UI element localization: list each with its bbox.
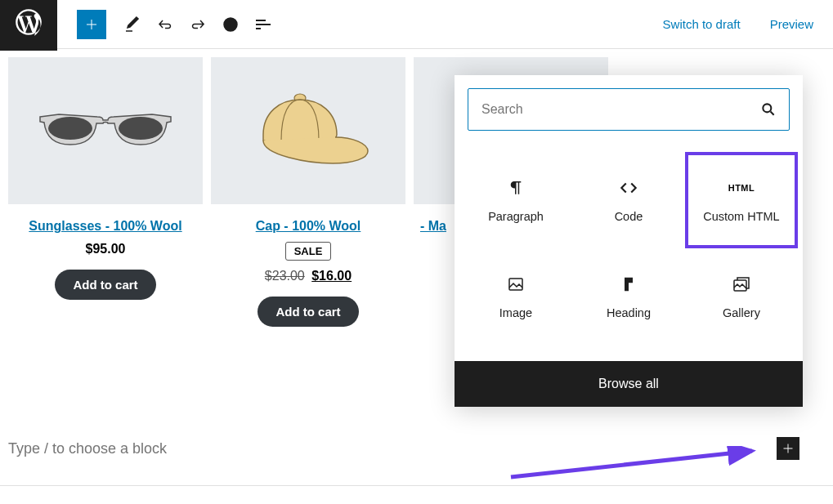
search-wrap — [455, 75, 803, 144]
cap-icon — [247, 90, 369, 172]
product-card: Sunglasses - 100% Wool $95.00 Add to car… — [8, 57, 203, 327]
product-price: $95.00 — [8, 242, 203, 256]
browse-all-button[interactable]: Browse all — [455, 361, 803, 407]
svg-point-3 — [48, 117, 92, 140]
appender-placeholder: Type / to choose a block — [7, 440, 167, 457]
add-to-cart-button[interactable]: Add to cart — [258, 297, 358, 327]
image-icon — [506, 274, 526, 295]
sale-badge: SALE — [285, 242, 332, 261]
product-price: $23.00 $16.00 — [211, 269, 405, 283]
block-code[interactable]: Code — [572, 152, 685, 248]
svg-point-4 — [119, 117, 163, 140]
html-icon: HTML — [728, 177, 755, 198]
info-button[interactable] — [214, 8, 247, 41]
heading-icon — [620, 274, 637, 295]
svg-line-7 — [771, 112, 774, 115]
product-card: - Ma — [414, 57, 438, 327]
product-title[interactable]: Cap - 100% Wool — [211, 219, 405, 234]
block-custom-html[interactable]: HTML Custom HTML — [685, 152, 798, 248]
svg-line-11 — [511, 451, 752, 477]
block-label: Custom HTML — [703, 210, 779, 223]
old-price: $23.00 — [265, 269, 305, 283]
product-title[interactable]: Sunglasses - 100% Wool — [8, 219, 203, 234]
block-heading[interactable]: Heading — [572, 248, 685, 345]
gallery-icon — [732, 274, 751, 295]
block-label: Image — [499, 306, 532, 319]
svg-point-2 — [231, 20, 231, 21]
edit-tool-button[interactable] — [116, 8, 149, 41]
add-block-button[interactable] — [77, 10, 106, 39]
product-image[interactable] — [211, 57, 405, 204]
appender-plus-button[interactable] — [777, 437, 799, 460]
toolbar-left-group — [57, 8, 288, 41]
new-price: $16.00 — [311, 269, 352, 283]
block-gallery[interactable]: Gallery — [685, 248, 798, 345]
sunglasses-icon — [36, 110, 175, 151]
list-view-button[interactable] — [247, 8, 280, 41]
wordpress-logo[interactable] — [0, 0, 57, 51]
svg-rect-8 — [509, 279, 522, 290]
block-paragraph[interactable]: Paragraph — [459, 152, 572, 248]
paragraph-icon — [506, 177, 526, 198]
block-image[interactable]: Image — [459, 248, 572, 345]
block-search-input[interactable] — [468, 88, 790, 131]
editor-toolbar: Switch to draft Preview — [0, 0, 833, 49]
code-icon — [618, 177, 639, 198]
svg-point-6 — [763, 104, 771, 112]
redo-button[interactable] — [181, 8, 214, 41]
product-image[interactable] — [8, 57, 203, 204]
switch-to-draft-button[interactable]: Switch to draft — [656, 11, 747, 38]
block-inserter-popover: Paragraph Code HTML Custom HTML Image — [455, 75, 803, 407]
page-divider — [0, 485, 833, 486]
add-to-cart-button[interactable]: Add to cart — [55, 270, 155, 300]
search-icon — [760, 101, 777, 118]
annotation-arrow — [507, 446, 768, 482]
preview-button[interactable]: Preview — [764, 11, 820, 38]
product-title[interactable]: - Ma — [414, 219, 438, 234]
block-label: Gallery — [723, 306, 760, 319]
blocks-grid: Paragraph Code HTML Custom HTML Image — [455, 144, 803, 361]
product-card: Cap - 100% Wool SALE $23.00 $16.00 Add t… — [211, 57, 405, 327]
block-label: Paragraph — [488, 210, 544, 223]
toolbar-right-group: Switch to draft Preview — [656, 11, 820, 38]
undo-button[interactable] — [149, 8, 181, 41]
block-label: Heading — [607, 306, 651, 319]
block-label: Code — [615, 210, 643, 223]
